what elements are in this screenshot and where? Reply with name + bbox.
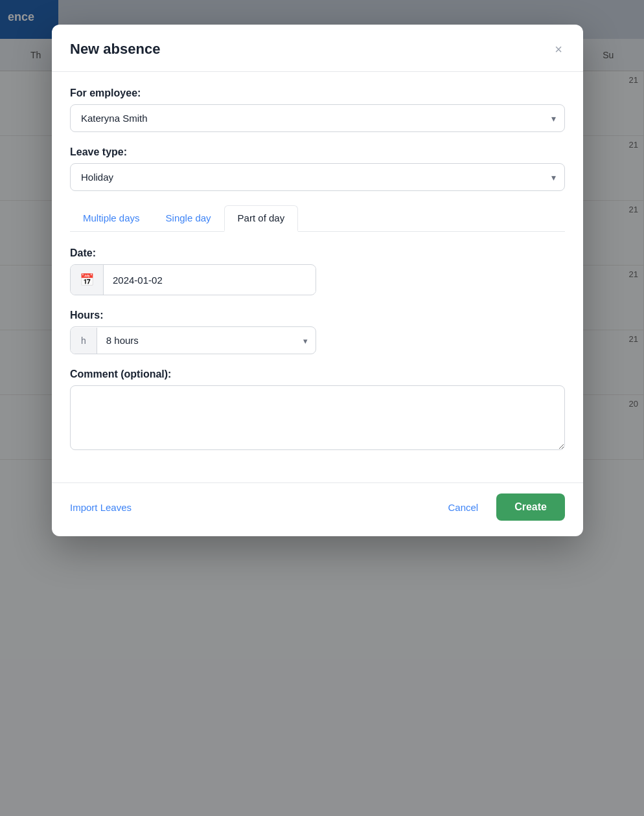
date-input[interactable] xyxy=(104,267,316,293)
hours-select-arrow: ▾ xyxy=(303,335,308,345)
comment-label: Comment (optional): xyxy=(70,368,565,380)
comment-field-group: Comment (optional): xyxy=(70,368,565,453)
employee-select-wrapper: Kateryna Smith ▾ xyxy=(70,104,565,132)
close-button[interactable]: × xyxy=(552,40,565,58)
new-absence-modal: New absence × For employee: Kateryna Smi… xyxy=(52,25,583,536)
tab-single-day[interactable]: Single day xyxy=(153,205,224,232)
hours-icon: h xyxy=(71,328,97,354)
modal-body: For employee: Kateryna Smith ▾ Leave typ… xyxy=(52,72,583,482)
modal-title: New absence xyxy=(70,41,160,58)
hours-select-wrapper: 1 hour 2 hours 3 hours 4 hours 5 hours 6… xyxy=(97,327,316,354)
employee-label: For employee: xyxy=(70,87,565,99)
modal-footer: Import Leaves Cancel Create xyxy=(52,482,583,536)
hours-label: Hours: xyxy=(70,310,565,321)
date-field-group: Date: 📅 xyxy=(70,247,565,295)
modal-header: New absence × xyxy=(52,25,583,72)
hours-select[interactable]: 1 hour 2 hours 3 hours 4 hours 5 hours 6… xyxy=(97,327,148,354)
leave-type-select-wrapper: Holiday ▾ xyxy=(70,163,565,191)
leave-type-field-group: Leave type: Holiday ▾ xyxy=(70,146,565,191)
calendar-icon: 📅 xyxy=(80,273,94,287)
hours-field-group: Hours: h 1 hour 2 hours 3 hours 4 hours … xyxy=(70,310,565,354)
cancel-button[interactable]: Cancel xyxy=(437,495,489,519)
employee-select[interactable]: Kateryna Smith xyxy=(70,104,565,132)
import-leaves-button[interactable]: Import Leaves xyxy=(70,502,132,513)
create-button[interactable]: Create xyxy=(496,493,565,521)
hours-wrapper: h 1 hour 2 hours 3 hours 4 hours 5 hours… xyxy=(70,326,316,354)
calendar-icon-box: 📅 xyxy=(71,265,104,295)
absence-type-tabs: Multiple days Single day Part of day xyxy=(70,205,565,232)
date-label: Date: xyxy=(70,247,565,259)
footer-right: Cancel Create xyxy=(437,493,565,521)
date-input-wrapper: 📅 xyxy=(70,264,316,295)
comment-textarea[interactable] xyxy=(70,385,565,450)
tab-part-of-day[interactable]: Part of day xyxy=(224,205,299,232)
leave-type-select[interactable]: Holiday xyxy=(70,163,565,191)
tab-multiple-days[interactable]: Multiple days xyxy=(70,205,153,232)
leave-type-label: Leave type: xyxy=(70,146,565,158)
employee-field-group: For employee: Kateryna Smith ▾ xyxy=(70,87,565,132)
